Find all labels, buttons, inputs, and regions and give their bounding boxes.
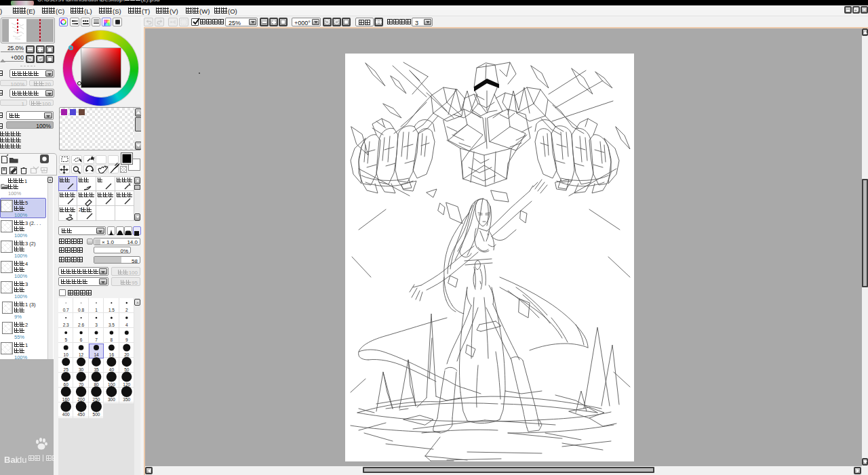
svg-text:7: 7 <box>95 337 98 342</box>
svg-text:30: 30 <box>79 367 84 372</box>
svg-text:3: 3 <box>95 323 98 327</box>
svg-text:3.5: 3.5 <box>108 323 115 327</box>
svg-text:2.6: 2.6 <box>78 323 84 327</box>
svg-text:5: 5 <box>64 337 67 342</box>
svg-text:35: 35 <box>94 367 99 372</box>
svg-text:4: 4 <box>125 323 128 327</box>
svg-text:120: 120 <box>123 382 130 387</box>
svg-text:9: 9 <box>125 337 128 342</box>
svg-text:du: du <box>17 455 26 465</box>
svg-text:0.7: 0.7 <box>63 308 69 312</box>
svg-text:80: 80 <box>94 382 99 387</box>
svg-text:10: 10 <box>64 352 69 357</box>
svg-text:250: 250 <box>93 397 100 402</box>
svg-text:300: 300 <box>108 397 115 402</box>
svg-text:2: 2 <box>125 308 128 312</box>
svg-text:6: 6 <box>80 337 83 342</box>
svg-text:160: 160 <box>62 397 70 402</box>
svg-text:14: 14 <box>94 352 99 357</box>
svg-text:16: 16 <box>109 352 115 357</box>
svg-text:500: 500 <box>93 412 100 417</box>
svg-text:400: 400 <box>62 412 70 417</box>
svg-text:0.8: 0.8 <box>78 308 84 312</box>
svg-text:2.3: 2.3 <box>63 323 69 327</box>
svg-text:50: 50 <box>124 367 130 372</box>
svg-text:8: 8 <box>111 337 113 342</box>
svg-text:Bai: Bai <box>4 455 18 465</box>
svg-text:12: 12 <box>79 352 84 357</box>
svg-text:20: 20 <box>124 352 130 357</box>
svg-text:1: 1 <box>95 308 98 312</box>
svg-text:350: 350 <box>123 397 130 402</box>
svg-text:1.5: 1.5 <box>108 308 115 312</box>
svg-text:40: 40 <box>109 367 115 372</box>
svg-text:25: 25 <box>64 367 69 372</box>
svg-text:200: 200 <box>77 397 85 402</box>
svg-text:60: 60 <box>64 382 69 387</box>
svg-text:70: 70 <box>79 382 84 387</box>
svg-text:450: 450 <box>77 412 85 417</box>
svg-text:100: 100 <box>108 382 115 387</box>
